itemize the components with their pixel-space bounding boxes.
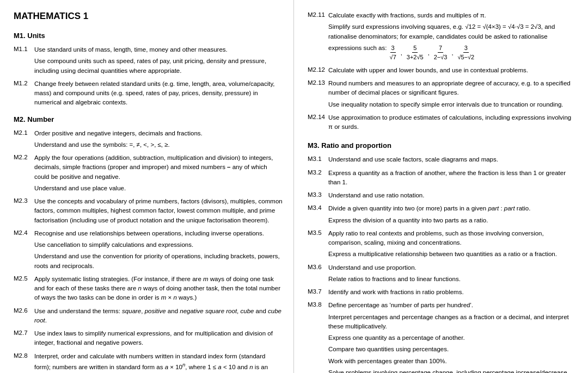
entry-content: Order positive and negative integers, de… [34,129,283,150]
entry-m3-8: M3.8 Define percentage as 'number of par… [308,301,577,373]
entry-id: M3.5 [308,229,328,236]
right-column: M2.11 Calculate exactly with fractions, … [294,0,588,373]
section-m3-heading: M3. Ratio and proportion [308,141,577,150]
entry-id: M2.11 [308,11,328,18]
entry-m3-6: M3.6 Understand and use proportion. Rela… [308,263,577,284]
entry-m2-1: M2.1 Order positive and negative integer… [14,129,283,150]
entry-content: Use the concepts and vocabulary of prime… [34,197,283,225]
entry-m3-7: M3.7 Identify and work with fractions in… [308,288,577,297]
entry-m2-4: M2.4 Recognise and use relationships bet… [14,229,283,271]
entry-m1-2: M1.2 Change freely between related stand… [14,79,283,108]
entry-id: M3.4 [308,204,328,211]
entry-id: M2.12 [308,66,328,73]
entry-m2-6: M2.6 Use and understand the terms: squar… [14,307,283,326]
entry-id: M2.7 [14,329,34,336]
entry-m3-3: M3.3 Understand and use ratio notation. [308,191,577,200]
entry-m2-8: M2.8 Interpret, order and calculate with… [14,352,283,374]
entry-content: Interpret, order and calculate with numb… [34,352,283,374]
entry-id: M2.3 [14,197,34,204]
entry-content: Apply the four operations (addition, sub… [34,153,283,193]
entry-id: M2.2 [14,153,34,160]
entry-m2-2: M2.2 Apply the four operations (addition… [14,153,283,193]
entry-content: Recognise and use relationships between … [34,229,283,271]
entry-m2-7: M2.7 Use index laws to simplify numerica… [14,329,283,348]
page-container: MATHEMATICS 1 M1. Units M1.1 Use standar… [0,0,588,373]
entry-m3-5: M3.5 Apply ratio to real contexts and pr… [308,229,577,259]
entry-id: M2.6 [14,307,34,314]
entry-id: M3.2 [308,169,328,176]
entry-content: Round numbers and measures to an appropr… [328,79,577,109]
entry-m1-1: M1.1 Use standard units of mass, length,… [14,45,283,76]
entry-id: M3.7 [308,288,328,295]
entry-content: Identify and work with fractions in rati… [328,288,577,297]
entry-content: Understand and use proportion. Relate ra… [328,263,577,284]
entry-m3-1: M3.1 Understand and use scale factors, s… [308,155,577,164]
entry-id: M2.14 [308,113,328,120]
entry-content: Use approximation to produce estimates o… [328,113,577,132]
entry-content: Understand and use scale factors, scale … [328,155,577,164]
entry-m2-12: M2.12 Calculate with upper and lower bou… [308,66,577,75]
entry-m2-11: M2.11 Calculate exactly with fractions, … [308,11,577,62]
entry-content: Apply systematic listing strategies. (Fo… [34,275,283,303]
entry-id: M2.8 [14,352,34,359]
entry-content: Change freely between related standard u… [34,79,283,108]
entry-id: M2.1 [14,129,34,136]
left-column: MATHEMATICS 1 M1. Units M1.1 Use standar… [0,0,294,373]
entry-content: Use standard units of mass, length, time… [34,45,283,76]
entry-content: Define percentage as 'number of parts pe… [328,301,577,373]
entry-m2-13: M2.13 Round numbers and measures to an a… [308,79,577,109]
section-m1-heading: M1. Units [14,32,283,40]
entry-m3-2: M3.2 Express a quantity as a fraction of… [308,169,577,188]
page-title: MATHEMATICS 1 [14,11,283,22]
entry-m2-14: M2.14 Use approximation to produce estim… [308,113,577,132]
entry-content: Use and understand the terms: square, po… [34,307,283,326]
entry-id: M1.1 [14,45,34,52]
entry-content: Calculate exactly with fractions, surds … [328,11,577,62]
section-m2-heading: M2. Number [14,115,283,123]
entry-content: Express a quantity as a fraction of anot… [328,169,577,188]
entry-id: M1.2 [14,79,34,86]
entry-content: Apply ratio to real contexts and problem… [328,229,577,259]
entry-id: M2.5 [14,275,34,282]
entry-content: Divide a given quantity into two (or mor… [328,204,577,225]
entry-content: Understand and use ratio notation. [328,191,577,200]
entry-id: M3.3 [308,191,328,198]
entry-content: Use index laws to simplify numerical exp… [34,329,283,348]
entry-m2-5: M2.5 Apply systematic listing strategies… [14,275,283,303]
entry-m3-4: M3.4 Divide a given quantity into two (o… [308,204,577,225]
entry-id: M3.8 [308,301,328,308]
entry-content: Calculate with upper and lower bounds, a… [328,66,577,75]
entry-id: M2.13 [308,79,328,86]
entry-id: M3.6 [308,263,328,270]
entry-id: M3.1 [308,155,328,162]
entry-m2-3: M2.3 Use the concepts and vocabulary of … [14,197,283,225]
entry-id: M2.4 [14,229,34,236]
